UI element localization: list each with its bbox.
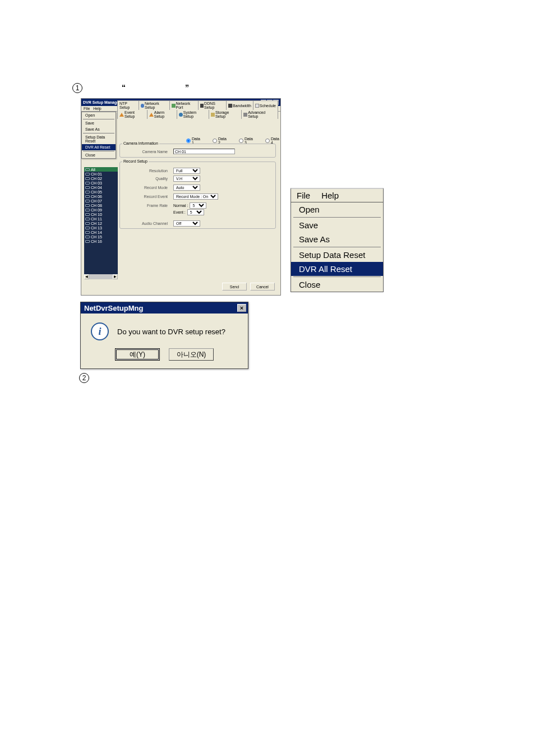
channel-item[interactable]: CH 13	[84, 225, 118, 230]
audio-channel-select[interactable]: Off	[173, 220, 200, 227]
quality-select[interactable]: V.H	[173, 176, 200, 182]
tab-ddns-setup[interactable]: DDNS Setup	[198, 100, 227, 110]
enlarged-menu-save-as[interactable]: Save As	[291, 232, 383, 246]
enlarged-menu-close[interactable]: Close	[291, 278, 383, 292]
menu-dvr-all-reset[interactable]: DVR All Reset	[82, 144, 116, 150]
dialog-body: i Do you want to DVR setup reset?	[81, 314, 248, 346]
camera-name-label: Camera Name	[131, 150, 173, 154]
dialog-message: Do you want to DVR setup reset?	[117, 328, 225, 336]
enlarged-menu-save[interactable]: Save	[291, 218, 383, 232]
frame-rate-normal-label: Normal :	[173, 204, 188, 208]
resolution-select[interactable]: Full	[173, 168, 200, 174]
tab-strip: NTP Setup Network Setup Network Port DDN…	[117, 100, 278, 119]
camera-icon	[85, 218, 90, 220]
channel-item[interactable]: CH 10	[84, 212, 118, 216]
camera-info-legend: Camera Information	[122, 141, 159, 145]
frame-rate-event-select[interactable]: 5	[187, 209, 204, 215]
menu-open[interactable]: Open	[82, 112, 116, 118]
tab-schedule[interactable]: Schedule	[253, 100, 278, 110]
record-event-label: Record Event	[131, 195, 173, 199]
record-mode-select[interactable]: Auto	[173, 185, 200, 191]
annotation-2-circle: 2	[79, 373, 89, 383]
channel-item[interactable]: CH 04	[84, 185, 118, 190]
tab-advanced-setup[interactable]: Advanced Setup	[241, 110, 278, 119]
channel-item[interactable]: CH 07	[84, 199, 118, 203]
storage-icon	[211, 113, 215, 117]
channel-item[interactable]: CH 15	[84, 234, 118, 239]
tab-alarm-setup[interactable]: Alarm Setup	[147, 110, 177, 119]
frame-rate-label: Frame Rate	[131, 204, 173, 208]
dialog-buttons: 예(Y) 아니오(N)	[81, 346, 248, 368]
menu-help[interactable]: Help	[93, 107, 101, 110]
annotation-1-circle: 1	[72, 83, 82, 93]
camera-icon	[85, 231, 90, 234]
dialog-title: NetDvrSetupMng	[84, 304, 143, 312]
tab-ntp-setup[interactable]: NTP Setup	[117, 100, 139, 110]
camera-icon	[85, 213, 90, 216]
channel-item[interactable]: CH 02	[84, 176, 118, 181]
menu-separator	[83, 133, 114, 133]
menu-separator	[83, 151, 114, 151]
frame-rate-normal-select[interactable]: 5	[190, 202, 206, 209]
channel-item[interactable]: CH 14	[84, 230, 118, 234]
channel-item-all[interactable]: All	[84, 167, 118, 172]
camera-name-input[interactable]	[173, 149, 235, 154]
send-button[interactable]: Send	[222, 283, 247, 291]
tab-storage-setup[interactable]: Storage Setup	[209, 110, 242, 119]
sidebar-scrollbar[interactable]: ◀ ▶	[84, 274, 118, 279]
dialog-no-button[interactable]: 아니오(N)	[169, 348, 214, 361]
channel-item[interactable]: CH 08	[84, 203, 118, 208]
tab-bandwidth[interactable]: Bandwidth	[226, 100, 253, 110]
channel-item[interactable]: CH 09	[84, 208, 118, 212]
channel-item[interactable]: CH 01	[84, 172, 118, 176]
camera-icon	[85, 200, 90, 202]
camera-icon	[85, 236, 90, 238]
bandwidth-icon	[228, 104, 232, 108]
enlarged-menu-setup-reset[interactable]: Setup Data Reset	[291, 248, 383, 262]
quality-label: Quality	[131, 177, 173, 181]
menu-separator	[293, 247, 381, 247]
enlarged-menu-help[interactable]: Help	[316, 189, 344, 202]
camera-icon	[85, 222, 90, 225]
channel-item[interactable]: CH 05	[84, 190, 118, 194]
confirm-dialog: NetDvrSetupMng × i Do you want to DVR se…	[80, 302, 248, 369]
camera-icon	[85, 209, 90, 211]
footer-buttons: Send Cancel	[222, 283, 275, 291]
record-setup-legend: Record Setup	[122, 159, 149, 163]
menu-save-as[interactable]: Save As	[82, 126, 116, 132]
menu-close[interactable]: Close	[82, 152, 116, 158]
tab-network-port[interactable]: Network Port	[169, 100, 199, 110]
camera-icon	[85, 240, 90, 243]
menu-separator	[293, 217, 381, 218]
dialog-close-button[interactable]: ×	[237, 304, 246, 312]
enlarged-menu-open[interactable]: Open	[291, 202, 383, 216]
camera-icon	[85, 177, 90, 180]
scroll-right-button[interactable]: ▶	[113, 274, 118, 279]
menu-setup-data-reset[interactable]: Setup Data Reset	[82, 134, 116, 144]
frame-rate-event-label: Event :	[173, 210, 186, 214]
scroll-left-button[interactable]: ◀	[84, 274, 89, 279]
enlarged-menu-dvr-all-reset[interactable]: DVR All Reset	[291, 262, 383, 276]
open-quote: “	[122, 83, 126, 92]
tab-system-setup[interactable]: System Setup	[177, 110, 209, 119]
camera-icon	[85, 168, 90, 171]
enlarged-menubar: File Help	[291, 189, 383, 202]
record-mode-label: Record Mode	[131, 186, 173, 190]
menu-file[interactable]: File	[84, 107, 90, 110]
channel-item[interactable]: CH 03	[84, 181, 118, 185]
audio-channel-label: Audio Channel	[131, 222, 173, 225]
tab-network-setup[interactable]: Network Setup	[139, 100, 170, 110]
cancel-button[interactable]: Cancel	[250, 283, 275, 291]
tab-event-setup[interactable]: Event Setup	[117, 110, 147, 119]
channel-item[interactable]: CH 06	[84, 194, 118, 199]
menu-separator	[83, 119, 114, 119]
dialog-yes-button[interactable]: 예(Y)	[115, 348, 160, 361]
record-event-select[interactable]: Record Mode : On	[173, 193, 218, 200]
menu-save[interactable]: Save	[82, 120, 116, 126]
channel-item[interactable]: CH 12	[84, 221, 118, 225]
channel-item[interactable]: CH 16	[84, 239, 118, 243]
channel-item[interactable]: CH 11	[84, 216, 118, 221]
warning-icon	[119, 113, 124, 117]
enlarged-menu-file[interactable]: File	[291, 189, 316, 202]
camera-icon	[85, 186, 90, 189]
